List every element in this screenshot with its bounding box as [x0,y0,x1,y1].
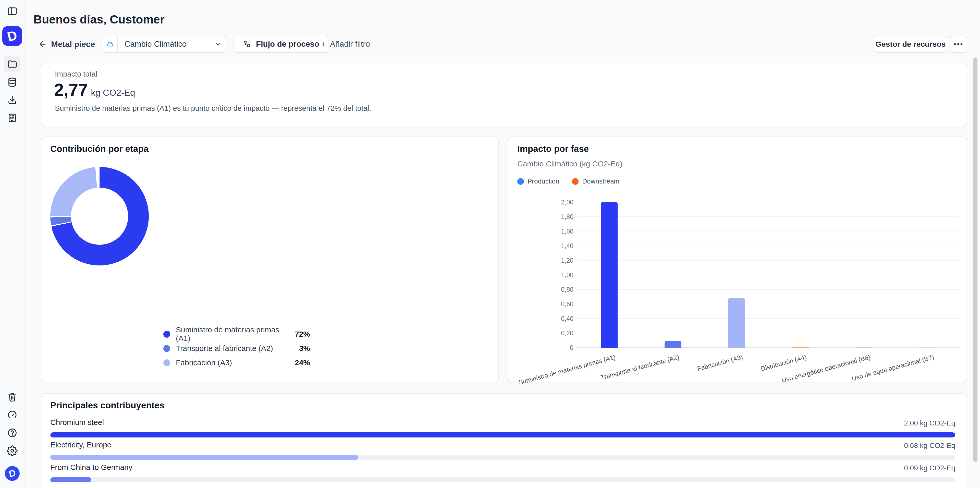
cloud-icon [102,36,118,52]
sidebar-item-projects[interactable] [4,56,21,72]
resource-manager-label: Gestor de recursos [875,40,945,48]
app-logo[interactable]: D [2,26,22,46]
sidebar-item-help[interactable] [4,425,21,441]
download-icon [7,95,18,105]
donut-hole [71,188,128,245]
impact-category-select[interactable]: Cambio Climático [102,36,226,52]
user-avatar[interactable]: D [5,466,20,481]
impact-select-value: Cambio Climático [118,40,210,49]
ellipsis-icon: ••• [954,40,963,48]
legend-dot-a3 [163,359,170,366]
contribution-by-stage-card: Contribución por etapa Suministro de mat… [41,137,499,382]
gridline [577,202,959,202]
sidebar: D D [0,0,24,488]
y-axis-tick: 1,00 [543,271,573,279]
stage-card-title: Contribución por etapa [50,144,148,154]
trash-icon [7,392,18,402]
sidebar-item-organization[interactable] [4,110,21,126]
scrollbar-thumb[interactable] [974,57,977,462]
legend-dot-a1 [163,331,170,338]
database-icon [7,77,18,87]
stage-legend-label: Suministro de materias primas (A1) [176,326,295,343]
legend-label: Downstream [582,177,619,185]
bar-6[interactable] [919,347,936,348]
contributor-bar-track [50,432,955,437]
y-axis-tick: 1,40 [543,242,573,250]
process-flow-button[interactable]: Flujo de proceso [234,36,328,52]
legend-item-downstream: Downstream [572,177,619,185]
legend-dot-production [517,178,524,185]
gridline [577,231,959,232]
contributor-label: From China to Germany [50,463,132,472]
y-axis-tick: 0,20 [543,329,573,337]
panel-toggle-icon[interactable] [4,3,21,19]
bar-2[interactable] [665,341,681,348]
legend-dot-downstream [572,178,579,185]
chevron-down-icon [210,40,226,48]
sidebar-item-database[interactable] [4,74,21,91]
contributor-value: 2,00 kg CO2-Eq [904,419,955,427]
contributor-value: 0,09 kg CO2-Eq [904,464,955,472]
gridline [577,216,959,217]
plus-icon: + [321,39,326,49]
sidebar-item-settings[interactable] [4,443,21,459]
stage-legend-label: Fabricación (A3) [176,358,295,367]
phase-card-title: Impacto por fase [517,144,589,154]
bar-1[interactable] [601,202,617,348]
y-axis-tick: 0 [543,344,573,351]
sidebar-item-trash[interactable] [4,389,21,405]
impact-total-value: 2,77kg CO2-Eq [54,79,135,100]
add-filter-button[interactable]: + Añadir filtro [321,36,370,52]
impact-total-label: Impacto total [55,70,97,78]
top-contributors-card: Principales contribuyentes Chromium stee… [41,393,967,488]
contributor-bar-track [50,455,955,460]
contributor-bar-fill [50,455,358,460]
sidebar-item-usage[interactable] [4,407,21,423]
resource-manager-button[interactable]: Gestor de recursos [874,36,947,52]
back-label: Metal piece [51,40,95,49]
phase-legend: Production Downstream [517,177,619,185]
add-filter-label: Añadir filtro [330,40,370,49]
more-options-button[interactable]: ••• [950,36,967,52]
settings-icon [7,445,18,456]
stage-legend-item: Suministro de materias primas (A1) 72% [163,329,310,339]
gridline [577,347,959,348]
gridline [577,333,959,333]
donut-chart[interactable] [50,167,149,265]
bar-4[interactable] [792,347,809,348]
page-title: Buenos días, Customer [33,13,165,26]
contributor-label: Chromium steel [50,418,104,427]
gridline [577,246,959,246]
legend-dot-a2 [163,345,170,352]
impact-total-unit: kg CO2-Eq [91,87,135,97]
gridline [577,275,959,275]
help-icon [7,428,18,438]
avatar-letter: D [8,468,17,478]
workflow-icon [243,40,251,48]
y-axis-tick: 1,60 [543,228,573,235]
bar-5[interactable] [856,347,873,348]
bar-chart-plot[interactable]: 00,200,400,600,801,001,201,401,601,802,0… [577,202,959,348]
gridline [577,289,959,290]
y-axis-tick: 1,20 [543,257,573,264]
impact-total-card: Impacto total 2,77kg CO2-Eq Suministro d… [41,63,967,127]
back-link[interactable]: Metal piece [38,36,95,52]
contributor-bar-track [50,477,955,482]
stage-legend-item: Transporte al fabricante (A2) 3% [163,343,310,353]
y-axis-tick: 0,40 [543,315,573,323]
sidebar-item-import[interactable] [4,92,21,108]
contributors-title: Principales contribuyentes [50,400,164,410]
stage-legend-percent: 3% [299,344,310,353]
process-flow-label: Flujo de proceso [256,40,319,49]
legend-item-production: Production [517,177,559,185]
stage-legend-label: Transporte al fabricante (A2) [176,344,299,353]
building-icon [7,113,18,123]
stage-legend-percent: 24% [295,358,310,367]
y-axis-tick: 2,00 [543,199,573,206]
bar-3[interactable] [728,298,745,348]
contributor-label: Electricity, Europe [50,440,111,449]
app-window: D D Buenos días, Customer [0,0,980,488]
gridline [577,304,959,304]
contributor-bar-fill [50,477,91,482]
contributor-value: 0,68 kg CO2-Eq [904,442,955,450]
